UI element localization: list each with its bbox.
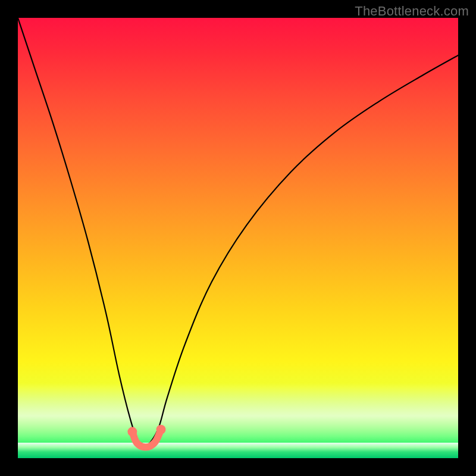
bottom-arc-dot (156, 425, 166, 434)
bottleneck-curve-path (18, 18, 458, 445)
whiten-band (18, 383, 458, 443)
chart-frame: TheBottleneck.com (0, 0, 476, 476)
bottom-arc-dot (127, 427, 137, 437)
plot-area (18, 18, 458, 458)
bottom-arc-dots (127, 425, 165, 437)
watermark-text: TheBottleneck.com (355, 4, 469, 19)
green-band (18, 443, 458, 458)
curve-svg (18, 18, 458, 458)
